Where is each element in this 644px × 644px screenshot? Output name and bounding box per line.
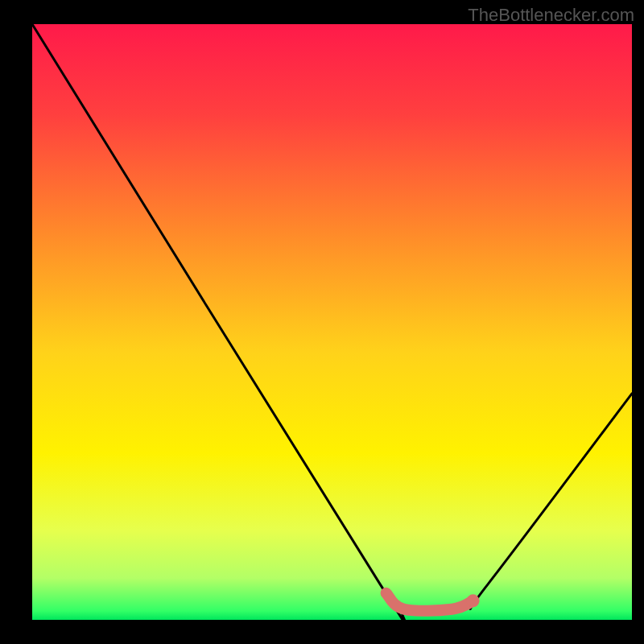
chart-svg [0,0,644,644]
svg-point-2 [467,594,480,607]
attribution-text: TheBottlenecker.com [468,5,634,26]
bottleneck-chart: TheBottlenecker.com [0,0,644,644]
svg-rect-1 [32,24,632,620]
